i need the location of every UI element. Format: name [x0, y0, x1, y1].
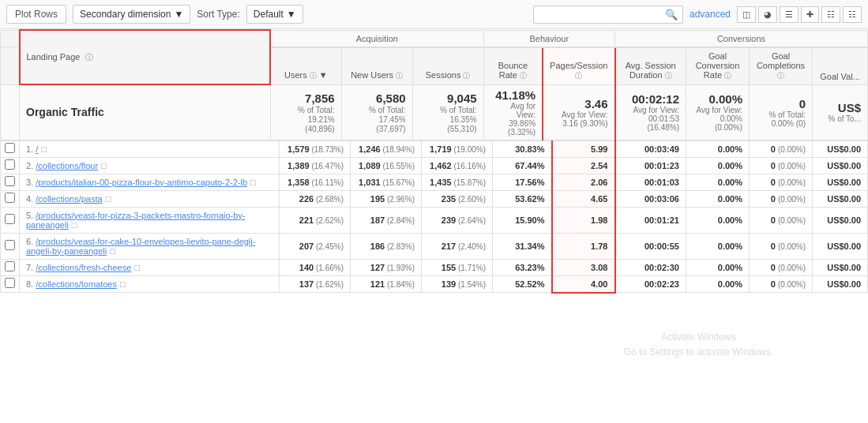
- cell-value: 239: [442, 215, 456, 225]
- cell-percent: (18.94%): [381, 145, 415, 154]
- page-link[interactable]: /products/italian-00-pizza-flour-by-anti…: [36, 178, 247, 187]
- pages-info-icon: ⓘ: [575, 72, 582, 80]
- cell-value: 00:02:30: [644, 263, 679, 272]
- external-link-icon: □: [106, 194, 111, 204]
- avg-session-col-header[interactable]: Avg. Session Duration ⓘ: [615, 47, 686, 85]
- cell-value: 140: [299, 263, 314, 272]
- data-cell: 239 (2.64%): [422, 207, 493, 233]
- cell-value: 195: [370, 194, 385, 204]
- sort-default-dropdown[interactable]: Default ▼: [246, 5, 303, 24]
- view-grid-icon[interactable]: ◫: [737, 6, 756, 23]
- cell-percent: (2.60%): [456, 195, 486, 204]
- gc-cell: 0 (0.00%): [750, 140, 813, 157]
- page-link[interactable]: /collections/pasta: [36, 194, 102, 204]
- gcr-col-header[interactable]: Goal Conversion Rate ⓘ: [686, 47, 750, 85]
- cell-percent: (1.93%): [385, 264, 415, 272]
- cell-value: 00:03:49: [644, 144, 679, 154]
- cell-percent: (16.55%): [381, 162, 415, 170]
- data-cell: 00:02:30: [615, 259, 686, 275]
- cell-value: 0.00%: [718, 279, 742, 289]
- page-link[interactable]: /products/yeast-for-pizza-3-packets-mast…: [26, 211, 246, 230]
- cell-value: 2.06: [591, 178, 607, 187]
- sessions-col-header[interactable]: Sessions ⓘ: [412, 47, 483, 85]
- row-checkbox[interactable]: [1, 207, 20, 233]
- data-cell: 67.44%: [493, 157, 552, 174]
- cell-percent: (2.40%): [456, 242, 486, 251]
- cell-percent: (1.66%): [314, 264, 344, 272]
- view-pie-icon[interactable]: ◕: [758, 6, 777, 23]
- page-link[interactable]: /products/yeast-for-cake-10-envelopes-li…: [26, 237, 255, 256]
- cell-value: 187: [370, 215, 385, 225]
- data-cell: US$0.00: [813, 190, 868, 207]
- view-pivot-icon[interactable]: ☷: [821, 6, 840, 23]
- row-checkbox[interactable]: [1, 233, 20, 259]
- data-cell: 139 (1.54%): [422, 275, 493, 293]
- pages-session-col-header[interactable]: Pages/Session ⓘ: [543, 47, 614, 85]
- cell-value: 1.78: [591, 241, 607, 251]
- cell-value: 1.98: [591, 215, 607, 225]
- view-custom-icon[interactable]: ☷: [843, 6, 862, 23]
- data-cell: 30.83%: [493, 140, 552, 157]
- cell-percent: (2.84%): [385, 216, 415, 225]
- users-col-header[interactable]: Users ⓘ ▼: [270, 47, 341, 85]
- page-link[interactable]: /: [36, 144, 38, 154]
- cell-value: US$0.00: [827, 178, 861, 187]
- gc-pct: (0.00%): [778, 162, 806, 170]
- row-checkbox[interactable]: [1, 157, 20, 174]
- summary-gval: US$ % of To...: [813, 84, 868, 140]
- summary-check: [1, 84, 20, 140]
- gc-value: 0: [771, 215, 776, 225]
- users-info-icon: ⓘ: [310, 72, 317, 80]
- search-box[interactable]: 🔍: [533, 6, 683, 24]
- row-checkbox[interactable]: [1, 190, 20, 207]
- acquisition-header: Acquisition: [270, 30, 483, 47]
- cell-value: 217: [442, 241, 456, 251]
- gc-info-icon: ⓘ: [777, 72, 784, 80]
- cell-value: 17.56%: [515, 178, 544, 187]
- cell-value: 0.00%: [718, 161, 742, 170]
- cell-value: 00:01:23: [644, 161, 679, 170]
- data-cell: 1,089 (16.55%): [351, 157, 422, 174]
- landing-page-cell: 4. /collections/pasta□: [20, 190, 280, 207]
- bounce-rate-col-header[interactable]: Bounce Rate ⓘ: [483, 47, 543, 85]
- page-link[interactable]: /collections/tomatoes: [36, 279, 117, 289]
- cell-value: 0.00%: [718, 241, 742, 251]
- gc-pct: (0.00%): [778, 178, 806, 187]
- gval-col-header[interactable]: Goal Val...: [813, 47, 868, 85]
- row-checkbox[interactable]: [1, 259, 20, 275]
- cell-percent: (16.47%): [310, 162, 344, 170]
- data-cell: 0.00%: [686, 275, 750, 293]
- toolbar: Plot Rows Secondary dimension ▼ Sort Typ…: [0, 0, 868, 29]
- summary-pages-session: 3.46 Avg for View: 3.16 (9.30%): [543, 84, 614, 140]
- data-cell: 15.90%: [493, 207, 552, 233]
- data-cell: 00:03:06: [615, 190, 686, 207]
- landing-page-info-icon: ⓘ: [85, 53, 93, 62]
- plot-rows-button[interactable]: Plot Rows: [6, 5, 66, 24]
- cell-value: 1,031: [359, 178, 381, 187]
- row-number: 8.: [26, 279, 36, 289]
- view-compare-icon[interactable]: ✚: [801, 6, 819, 23]
- cell-percent: (2.68%): [314, 195, 344, 204]
- page-link[interactable]: /collections/fresh-cheese: [36, 263, 131, 272]
- gc-cell: 0 (0.00%): [750, 190, 813, 207]
- page-link[interactable]: /collections/flour: [36, 161, 98, 170]
- secondary-dimension-dropdown[interactable]: Secondary dimension ▼: [73, 5, 190, 24]
- row-checkbox[interactable]: [1, 140, 20, 157]
- data-rows-table: 1. /□1,579 (18.73%)1,246 (18.94%)1,719 (…: [0, 140, 868, 294]
- summary-gc: 0 % of Total: 0.00% (0): [750, 84, 813, 140]
- row-checkbox[interactable]: [1, 174, 20, 190]
- gc-col-header[interactable]: Goal Completions ⓘ: [750, 47, 813, 85]
- behaviour-header: Behaviour: [483, 30, 614, 47]
- cell-value: 1,089: [359, 161, 381, 170]
- view-list-icon[interactable]: ☰: [780, 6, 798, 23]
- cell-percent: (2.62%): [314, 216, 344, 225]
- data-cell: 207 (2.45%): [280, 233, 351, 259]
- search-input[interactable]: [539, 9, 665, 20]
- new-users-col-header[interactable]: New Users ⓘ: [341, 47, 412, 85]
- row-checkbox[interactable]: [1, 275, 20, 293]
- cell-value: US$0.00: [827, 194, 861, 204]
- landing-page-cell: 2. /collections/flour□: [20, 157, 280, 174]
- landing-page-cell: 1. /□: [20, 140, 280, 157]
- advanced-link[interactable]: advanced: [690, 9, 731, 20]
- cell-value: 137: [299, 279, 314, 289]
